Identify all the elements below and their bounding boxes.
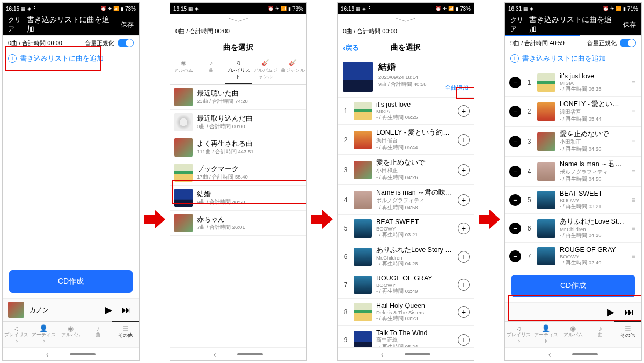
track-art	[354, 219, 372, 238]
tab-song[interactable]: ♪曲	[197, 56, 225, 84]
android-nav: ‹	[505, 347, 641, 360]
reorder-icon[interactable]: ≡	[630, 108, 637, 115]
add-track-button[interactable]: +	[458, 334, 470, 346]
playlist-row[interactable]: 最近聴いた曲23曲 / 合計時間 74:28	[170, 85, 306, 110]
add-track-button[interactable]: +	[458, 306, 470, 318]
create-cd-button[interactable]: CD作成	[511, 275, 635, 297]
add-track-button[interactable]: +	[458, 105, 470, 117]
nav-back-icon[interactable]: ‹	[46, 350, 49, 359]
playlist-row[interactable]: 最近取り込んだ曲0曲 / 合計時間 00:00	[170, 110, 306, 135]
burn-row: − 2 LONELY - 愛という約束事浜田省吾- / 再生時間 05:44 ≡	[505, 97, 641, 127]
playlist-row[interactable]: 赤ちゃん7曲 / 合計時間 26:01	[170, 211, 306, 236]
burn-row: − 5 BEAT SWEETBOOWY- / 再生時間 03:21 ≡	[505, 187, 641, 214]
clear-button[interactable]: クリア	[8, 16, 27, 34]
track-row: 4 Name is man ～君の味方～ポルノグラフィティ- / 再生時間 04…	[338, 185, 474, 215]
reorder-icon[interactable]: ≡	[630, 168, 637, 175]
nav-playlist[interactable]: ♫プレイリスト	[3, 322, 30, 347]
reorder-icon[interactable]: ≡	[630, 196, 637, 204]
tab-album-genre[interactable]: 🎸アルバムジャンル	[252, 56, 279, 84]
add-track-button[interactable]: +	[458, 164, 470, 176]
status-battery: 73%	[125, 6, 136, 12]
android-nav: ‹	[3, 347, 139, 360]
bottom-nav: ♫プレイリスト 👤アーティスト ◉アルバム ♪曲 ☰その他	[505, 321, 641, 347]
sheet-handle[interactable]	[338, 14, 474, 25]
playlist-row[interactable]: 結婚9曲 / 合計時間 40:58	[170, 186, 306, 211]
playlist-row[interactable]: よく再生される曲111曲 / 合計時間 443:51	[170, 135, 306, 160]
screen-4: 16:31▦ ◈ ⋮ ⏰ ✈ 📶 ▮71% クリア 書き込みリストに曲を追加 保…	[504, 2, 642, 361]
remove-track-button[interactable]: −	[509, 223, 521, 234]
now-playing-art	[8, 302, 24, 318]
now-playing-bar[interactable]: カノン ▶ ⏭	[3, 298, 139, 321]
remove-track-button[interactable]: −	[509, 106, 521, 117]
playlist-art	[174, 214, 193, 232]
nav-song[interactable]: ♪曲	[587, 322, 614, 347]
add-songs-link[interactable]: + 書き込みリストに曲を追加	[3, 50, 139, 69]
nav-other[interactable]: ☰その他	[112, 321, 139, 347]
page-title: 書き込みリストに曲を追加	[529, 15, 617, 34]
title-bar: クリア 書き込みリストに曲を追加 保存	[3, 14, 139, 35]
step-arrow-icon	[479, 209, 500, 230]
add-track-button[interactable]: +	[458, 279, 470, 291]
android-nav: ‹	[170, 347, 306, 360]
remove-track-button[interactable]: −	[509, 250, 521, 262]
add-track-button[interactable]: +	[458, 223, 470, 234]
status-bar: 16:31▦ ◈ ⋮ ⏰ ✈ 📶 ▮71%	[505, 3, 641, 14]
nav-album[interactable]: ◉アルバム	[560, 322, 587, 347]
section-title: 曲を選択	[170, 39, 306, 56]
tab-playlist[interactable]: ♫プレイリスト	[225, 56, 252, 84]
tab-song-genre[interactable]: 🎸曲ジャンル	[279, 56, 306, 84]
create-cd-button[interactable]: CD作成	[9, 270, 133, 293]
page-title: 書き込みリストに曲を追加	[27, 15, 115, 34]
reorder-icon[interactable]: ≡	[630, 253, 637, 260]
next-icon[interactable]: ⏭	[622, 307, 636, 318]
category-tabs: ◉アルバム ♪曲 ♫プレイリスト 🎸アルバムジャンル 🎸曲ジャンル	[170, 56, 306, 85]
nav-home-icon[interactable]	[70, 353, 96, 355]
reorder-icon[interactable]: ≡	[630, 138, 637, 145]
back-button[interactable]: ‹戻る	[343, 43, 359, 53]
track-art	[537, 73, 555, 92]
add-all-button[interactable]: 全曲追加	[445, 84, 469, 92]
track-summary: 0曲 / 合計時間 00:00	[343, 27, 397, 35]
plus-icon: +	[8, 54, 17, 63]
track-art	[354, 131, 372, 149]
sheet-handle[interactable]	[170, 14, 306, 25]
now-playing-bar[interactable]: ▶ ⏭	[505, 302, 641, 321]
play-icon[interactable]: ▶	[103, 304, 114, 316]
nav-album[interactable]: ◉アルバム	[57, 322, 85, 347]
nav-song[interactable]: ♪曲	[84, 322, 112, 347]
add-track-button[interactable]: +	[458, 251, 470, 263]
burn-row: − 1 it's just loveMISIA- / 再生時間 06:25 ≡	[505, 69, 641, 97]
remove-track-button[interactable]: −	[509, 136, 521, 147]
clear-button[interactable]: クリア	[510, 16, 529, 34]
album-title: 結婚	[378, 62, 440, 73]
track-row: 8 Hail Holy QueenDeloris & The Sisters- …	[338, 299, 474, 326]
tab-album[interactable]: ◉アルバム	[170, 56, 197, 84]
screen-3: 16:16▦ ◈ ⋮ ⏰ ✈ 📶 ▮73% 0曲 / 合計時間 00:00 ‹戻…	[337, 2, 474, 361]
playlist-art	[174, 113, 193, 131]
remove-track-button[interactable]: −	[509, 194, 521, 206]
play-icon[interactable]: ▶	[605, 306, 617, 318]
add-songs-link[interactable]: + 書き込みリストに曲を追加	[505, 50, 641, 69]
burn-row: − 3 愛を止めないで小田和正- / 再生時間 04:26 ≡	[505, 127, 641, 157]
nav-other[interactable]: ☰その他	[614, 321, 641, 347]
track-row: 1 it's just loveMISIA- / 再生時間 06:25 +	[338, 98, 474, 125]
track-art	[354, 191, 372, 209]
step-arrow-icon	[144, 209, 165, 230]
nav-artist[interactable]: 👤アーティスト	[30, 322, 57, 347]
remove-track-button[interactable]: −	[509, 77, 521, 88]
track-row: 7 ROUGE OF GRAYBOOWY- / 再生時間 02:49 +	[338, 271, 474, 299]
save-button[interactable]: 保存	[617, 20, 636, 29]
add-track-button[interactable]: +	[458, 134, 470, 146]
reorder-icon[interactable]: ≡	[630, 225, 637, 232]
track-row: 9 Talk To The Wind高中正義- / 再生時間 05:24 +	[338, 326, 474, 347]
save-button[interactable]: 保存	[115, 20, 134, 29]
next-icon[interactable]: ⏭	[120, 305, 134, 316]
remove-track-button[interactable]: −	[509, 166, 521, 177]
reorder-icon[interactable]: ≡	[630, 79, 637, 86]
playlist-row[interactable]: ブックマーク17曲 / 合計時間 55:40	[170, 160, 306, 186]
normalize-toggle[interactable]	[620, 39, 636, 47]
nav-artist[interactable]: 👤アーティスト	[532, 322, 560, 347]
add-track-button[interactable]: +	[458, 194, 470, 206]
normalize-toggle[interactable]	[118, 39, 134, 47]
nav-playlist[interactable]: ♫プレイリスト	[505, 322, 532, 347]
